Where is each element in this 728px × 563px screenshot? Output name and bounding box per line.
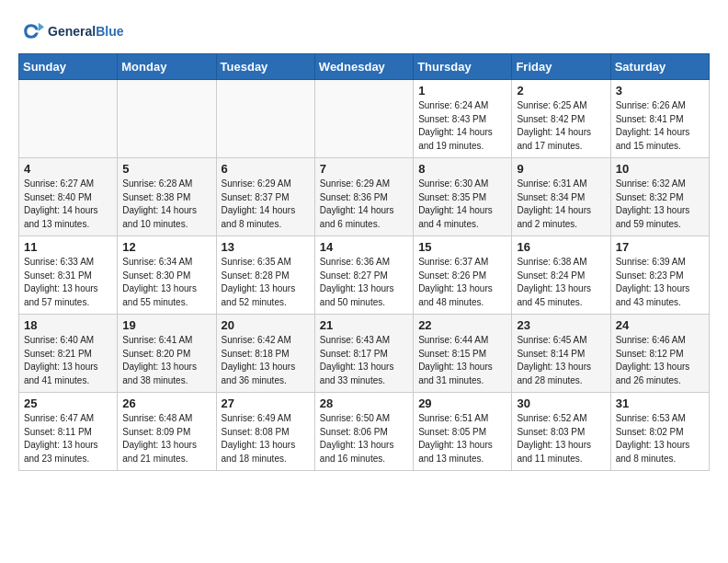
- day-info: Sunrise: 6:43 AM Sunset: 8:17 PM Dayligh…: [320, 334, 408, 387]
- day-info: Sunrise: 6:34 AM Sunset: 8:30 PM Dayligh…: [122, 256, 210, 309]
- calendar-day: 15 Sunrise: 6:37 AM Sunset: 8:26 PM Dayl…: [414, 236, 512, 315]
- day-info: Sunrise: 6:29 AM Sunset: 8:37 PM Dayligh…: [222, 178, 310, 231]
- calendar-day: 16 Sunrise: 6:38 AM Sunset: 8:24 PM Dayl…: [512, 236, 610, 315]
- calendar-week-1: 1 Sunrise: 6:24 AM Sunset: 8:43 PM Dayli…: [19, 80, 710, 158]
- day-info: Sunrise: 6:45 AM Sunset: 8:14 PM Dayligh…: [517, 334, 605, 387]
- calendar-day: 6 Sunrise: 6:29 AM Sunset: 8:37 PM Dayli…: [216, 158, 314, 236]
- calendar-day: 23 Sunrise: 6:45 AM Sunset: 8:14 PM Dayl…: [512, 315, 610, 393]
- day-number: 18: [24, 318, 112, 332]
- calendar-day: 11 Sunrise: 6:33 AM Sunset: 8:31 PM Dayl…: [19, 236, 118, 315]
- day-number: 17: [616, 240, 704, 254]
- calendar-day: 4 Sunrise: 6:27 AM Sunset: 8:40 PM Dayli…: [19, 158, 118, 236]
- day-info: Sunrise: 6:42 AM Sunset: 8:18 PM Dayligh…: [222, 334, 310, 387]
- calendar-day: 13 Sunrise: 6:35 AM Sunset: 8:28 PM Dayl…: [216, 236, 314, 315]
- day-info: Sunrise: 6:32 AM Sunset: 8:32 PM Dayligh…: [616, 178, 704, 231]
- calendar-day: 22 Sunrise: 6:44 AM Sunset: 8:15 PM Dayl…: [414, 315, 512, 393]
- day-info: Sunrise: 6:30 AM Sunset: 8:35 PM Dayligh…: [418, 178, 506, 231]
- calendar-day: 3 Sunrise: 6:26 AM Sunset: 8:41 PM Dayli…: [610, 80, 709, 158]
- day-number: 13: [222, 240, 310, 254]
- day-info: Sunrise: 6:50 AM Sunset: 8:06 PM Dayligh…: [320, 412, 408, 465]
- day-number: 27: [222, 396, 310, 410]
- calendar-day: 7 Sunrise: 6:29 AM Sunset: 8:36 PM Dayli…: [314, 158, 413, 236]
- day-info: Sunrise: 6:44 AM Sunset: 8:15 PM Dayligh…: [418, 334, 506, 387]
- day-info: Sunrise: 6:52 AM Sunset: 8:03 PM Dayligh…: [517, 412, 605, 465]
- calendar-day: 12 Sunrise: 6:34 AM Sunset: 8:30 PM Dayl…: [118, 236, 216, 315]
- day-info: Sunrise: 6:36 AM Sunset: 8:27 PM Dayligh…: [320, 256, 408, 309]
- day-info: Sunrise: 6:25 AM Sunset: 8:42 PM Dayligh…: [517, 99, 605, 153]
- day-info: Sunrise: 6:41 AM Sunset: 8:20 PM Dayligh…: [122, 334, 210, 387]
- calendar-day: [19, 80, 118, 158]
- days-header-row: SundayMondayTuesdayWednesdayThursdayFrid…: [19, 54, 710, 80]
- calendar-week-5: 25 Sunrise: 6:47 AM Sunset: 8:11 PM Dayl…: [19, 393, 710, 471]
- day-header-thursday: Thursday: [414, 54, 512, 80]
- day-number: 14: [320, 240, 408, 254]
- day-info: Sunrise: 6:49 AM Sunset: 8:08 PM Dayligh…: [222, 412, 310, 465]
- day-number: 11: [24, 240, 112, 254]
- day-number: 26: [122, 396, 210, 410]
- day-info: Sunrise: 6:53 AM Sunset: 8:02 PM Dayligh…: [616, 412, 704, 465]
- day-info: Sunrise: 6:47 AM Sunset: 8:11 PM Dayligh…: [24, 412, 112, 465]
- day-info: Sunrise: 6:40 AM Sunset: 8:21 PM Dayligh…: [24, 334, 112, 387]
- day-number: 24: [616, 318, 704, 332]
- day-number: 16: [517, 240, 605, 254]
- day-number: 6: [222, 162, 310, 176]
- calendar-day: [118, 80, 216, 158]
- day-header-wednesday: Wednesday: [314, 54, 413, 80]
- calendar-day: 28 Sunrise: 6:50 AM Sunset: 8:06 PM Dayl…: [314, 393, 413, 471]
- calendar-day: 20 Sunrise: 6:42 AM Sunset: 8:18 PM Dayl…: [216, 315, 314, 393]
- day-info: Sunrise: 6:51 AM Sunset: 8:05 PM Dayligh…: [418, 412, 506, 465]
- day-info: Sunrise: 6:35 AM Sunset: 8:28 PM Dayligh…: [222, 256, 310, 309]
- calendar-day: 26 Sunrise: 6:48 AM Sunset: 8:09 PM Dayl…: [118, 393, 216, 471]
- calendar-day: [216, 80, 314, 158]
- calendar-day: 24 Sunrise: 6:46 AM Sunset: 8:12 PM Dayl…: [610, 315, 709, 393]
- day-info: Sunrise: 6:46 AM Sunset: 8:12 PM Dayligh…: [616, 334, 704, 387]
- day-number: 5: [122, 162, 210, 176]
- calendar-day: 19 Sunrise: 6:41 AM Sunset: 8:20 PM Dayl…: [118, 315, 216, 393]
- day-info: Sunrise: 6:26 AM Sunset: 8:41 PM Dayligh…: [616, 99, 704, 153]
- day-number: 1: [418, 84, 506, 98]
- day-number: 31: [616, 396, 704, 410]
- day-number: 7: [320, 162, 408, 176]
- day-number: 15: [418, 240, 506, 254]
- day-info: Sunrise: 6:29 AM Sunset: 8:36 PM Dayligh…: [320, 178, 408, 231]
- day-number: 2: [517, 84, 605, 98]
- day-number: 19: [122, 318, 210, 332]
- day-number: 3: [616, 84, 704, 98]
- day-header-saturday: Saturday: [610, 54, 709, 80]
- day-number: 22: [418, 318, 506, 332]
- calendar-day: 8 Sunrise: 6:30 AM Sunset: 8:35 PM Dayli…: [414, 158, 512, 236]
- day-number: 10: [616, 162, 704, 176]
- calendar-day: 5 Sunrise: 6:28 AM Sunset: 8:38 PM Dayli…: [118, 158, 216, 236]
- calendar-day: 1 Sunrise: 6:24 AM Sunset: 8:43 PM Dayli…: [414, 80, 512, 158]
- day-info: Sunrise: 6:24 AM Sunset: 8:43 PM Dayligh…: [418, 99, 506, 153]
- logo-text: GeneralBlue: [48, 24, 123, 39]
- day-info: Sunrise: 6:37 AM Sunset: 8:26 PM Dayligh…: [418, 256, 506, 309]
- day-header-monday: Monday: [118, 54, 216, 80]
- day-number: 29: [418, 396, 506, 410]
- day-number: 25: [24, 396, 112, 410]
- day-header-tuesday: Tuesday: [216, 54, 314, 80]
- calendar-table: SundayMondayTuesdayWednesdayThursdayFrid…: [18, 53, 710, 471]
- calendar-day: 14 Sunrise: 6:36 AM Sunset: 8:27 PM Dayl…: [314, 236, 413, 315]
- day-info: Sunrise: 6:39 AM Sunset: 8:23 PM Dayligh…: [616, 256, 704, 309]
- logo-icon: [18, 18, 44, 44]
- calendar-day: 21 Sunrise: 6:43 AM Sunset: 8:17 PM Dayl…: [314, 315, 413, 393]
- day-number: 28: [320, 396, 408, 410]
- calendar-day: 25 Sunrise: 6:47 AM Sunset: 8:11 PM Dayl…: [19, 393, 118, 471]
- day-info: Sunrise: 6:38 AM Sunset: 8:24 PM Dayligh…: [517, 256, 605, 309]
- day-info: Sunrise: 6:31 AM Sunset: 8:34 PM Dayligh…: [517, 178, 605, 231]
- calendar-day: 10 Sunrise: 6:32 AM Sunset: 8:32 PM Dayl…: [610, 158, 709, 236]
- calendar-week-4: 18 Sunrise: 6:40 AM Sunset: 8:21 PM Dayl…: [19, 315, 710, 393]
- calendar-day: 29 Sunrise: 6:51 AM Sunset: 8:05 PM Dayl…: [414, 393, 512, 471]
- calendar-day: 2 Sunrise: 6:25 AM Sunset: 8:42 PM Dayli…: [512, 80, 610, 158]
- day-number: 9: [517, 162, 605, 176]
- day-number: 21: [320, 318, 408, 332]
- calendar-day: 9 Sunrise: 6:31 AM Sunset: 8:34 PM Dayli…: [512, 158, 610, 236]
- calendar-day: [314, 80, 413, 158]
- calendar-week-3: 11 Sunrise: 6:33 AM Sunset: 8:31 PM Dayl…: [19, 236, 710, 315]
- day-info: Sunrise: 6:27 AM Sunset: 8:40 PM Dayligh…: [24, 178, 112, 231]
- day-info: Sunrise: 6:48 AM Sunset: 8:09 PM Dayligh…: [122, 412, 210, 465]
- day-info: Sunrise: 6:33 AM Sunset: 8:31 PM Dayligh…: [24, 256, 112, 309]
- calendar-day: 30 Sunrise: 6:52 AM Sunset: 8:03 PM Dayl…: [512, 393, 610, 471]
- day-header-friday: Friday: [512, 54, 610, 80]
